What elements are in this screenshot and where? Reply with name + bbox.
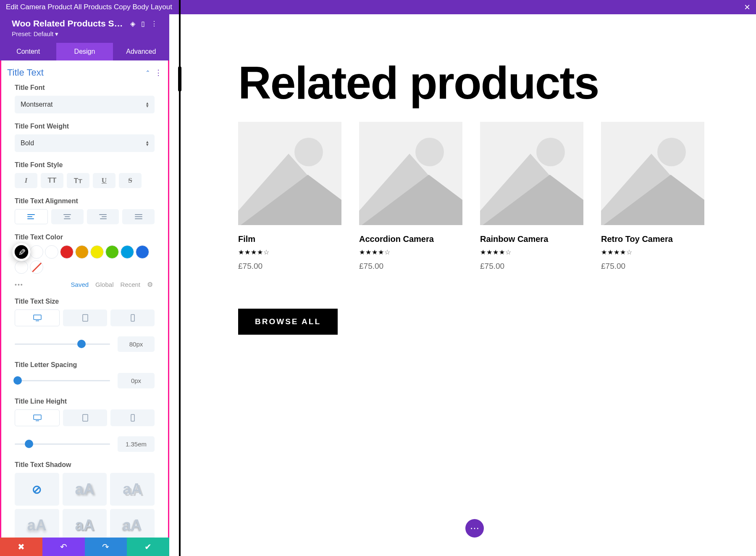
- input-title-size[interactable]: 80px: [118, 336, 155, 352]
- label-letter-spacing: Title Letter Spacing: [15, 361, 155, 369]
- shadow-none[interactable]: ⊘: [15, 473, 59, 506]
- style-underline[interactable]: U: [93, 173, 116, 188]
- device-tablet[interactable]: [63, 309, 107, 326]
- breadcrumb: Edit Camera Product All Products Copy Bo…: [6, 3, 172, 11]
- related-products-heading: Related products: [238, 56, 704, 109]
- product-price: £75.00: [480, 262, 583, 271]
- product-price: £75.00: [359, 262, 462, 271]
- label-title-alignment: Title Text Alignment: [15, 197, 155, 205]
- product-rating: ★★★★☆: [601, 249, 704, 256]
- product-card[interactable]: Rainbow Camera★★★★☆£75.00: [480, 122, 583, 271]
- tab-design[interactable]: Design: [56, 43, 113, 60]
- color-more-icon[interactable]: •••: [15, 281, 24, 288]
- svg-rect-7: [131, 414, 134, 421]
- product-card[interactable]: Retro Toy Camera★★★★☆£75.00: [601, 122, 704, 271]
- shadow-preset-4[interactable]: aA: [63, 509, 107, 538]
- product-rating: ★★★★☆: [238, 249, 341, 256]
- label-title-font-weight: Title Font Weight: [15, 123, 155, 130]
- color-swatch[interactable]: [90, 245, 104, 259]
- colortab-saved[interactable]: Saved: [71, 281, 89, 288]
- device-desktop[interactable]: [15, 309, 60, 326]
- cancel-button[interactable]: ✖: [0, 538, 42, 556]
- column-icon[interactable]: ▯: [141, 20, 145, 28]
- product-name: Film: [238, 234, 341, 244]
- close-icon[interactable]: ×: [744, 2, 750, 12]
- product-rating: ★★★★☆: [480, 249, 583, 256]
- select-arrows-icon: ▴▾: [146, 102, 149, 107]
- align-right[interactable]: [87, 209, 119, 224]
- product-image-placeholder: [238, 122, 341, 225]
- product-name: Retro Toy Camera: [601, 234, 704, 244]
- color-swatch[interactable]: [30, 245, 43, 259]
- shadow-preset-5[interactable]: aA: [110, 509, 155, 538]
- color-swatch[interactable]: [12, 243, 30, 261]
- colortab-recent[interactable]: Recent: [120, 281, 140, 288]
- svg-rect-0: [34, 315, 41, 320]
- product-image-placeholder: [601, 122, 704, 225]
- style-uppercase[interactable]: TT: [41, 173, 63, 188]
- slider-letter-spacing[interactable]: [15, 380, 110, 381]
- kebab-icon[interactable]: ⋮: [151, 20, 158, 28]
- slider-line-height[interactable]: [15, 443, 110, 445]
- color-swatch[interactable]: [60, 245, 74, 259]
- device-phone[interactable]: [110, 309, 155, 326]
- more-icon[interactable]: ⋮: [155, 68, 162, 77]
- svg-rect-6: [83, 414, 88, 421]
- input-line-height[interactable]: 1.35em: [118, 436, 155, 452]
- color-none[interactable]: [30, 260, 43, 274]
- product-name: Accordion Camera: [359, 234, 462, 244]
- color-swatch[interactable]: [75, 245, 89, 259]
- product-image-placeholder: [359, 122, 462, 225]
- style-strikethrough[interactable]: S: [119, 173, 142, 188]
- product-rating: ★★★★☆: [359, 249, 462, 256]
- device-tablet-lh[interactable]: [63, 409, 107, 426]
- product-price: £75.00: [601, 262, 704, 271]
- shadow-preset-2[interactable]: aA: [110, 473, 155, 506]
- color-swatch[interactable]: [15, 260, 28, 274]
- redo-button[interactable]: ↷: [85, 538, 127, 556]
- undo-button[interactable]: ↶: [42, 538, 85, 556]
- product-card[interactable]: Film★★★★☆£75.00: [238, 122, 341, 271]
- device-desktop-lh[interactable]: [15, 409, 60, 426]
- slider-title-size[interactable]: [15, 344, 110, 345]
- input-letter-spacing[interactable]: 0px: [118, 373, 155, 388]
- style-italic[interactable]: I: [15, 173, 37, 188]
- label-text-shadow: Title Text Shadow: [15, 461, 155, 469]
- top-bar: Edit Camera Product All Products Copy Bo…: [0, 0, 756, 14]
- browse-all-button[interactable]: BROWSE ALL: [238, 309, 338, 335]
- color-swatch[interactable]: [136, 245, 149, 259]
- svg-rect-4: [34, 415, 41, 420]
- save-button[interactable]: ✔: [127, 538, 169, 556]
- color-swatch[interactable]: [105, 245, 119, 259]
- label-title-font-style: Title Font Style: [15, 161, 155, 169]
- device-phone-lh[interactable]: [110, 409, 155, 426]
- color-swatch[interactable]: [121, 245, 134, 259]
- select-title-font[interactable]: Montserrat ▴▾: [15, 96, 155, 113]
- section-title-label: Title Text: [7, 67, 44, 78]
- tab-content[interactable]: Content: [0, 43, 56, 60]
- align-justify[interactable]: [122, 209, 155, 224]
- gear-icon[interactable]: ⚙: [147, 281, 153, 288]
- select-title-font-weight[interactable]: Bold ▴▾: [15, 134, 155, 152]
- module-title: Woo Related Products Setti...: [12, 18, 125, 29]
- align-center[interactable]: [51, 209, 84, 224]
- chevron-up-icon[interactable]: ⌃: [145, 69, 150, 76]
- preset-selector[interactable]: Preset: Default ▾: [12, 30, 158, 38]
- product-name: Rainbow Camera: [480, 234, 583, 244]
- align-left[interactable]: [15, 209, 48, 224]
- style-smallcaps[interactable]: Tᴛ: [67, 173, 89, 188]
- section-title-text[interactable]: Title Text ⌃ ⋮: [1, 60, 168, 84]
- tab-advanced[interactable]: Advanced: [113, 43, 169, 60]
- product-image-placeholder: [480, 122, 583, 225]
- label-line-height: Title Line Height: [15, 398, 155, 405]
- product-price: £75.00: [238, 262, 341, 271]
- settings-tabs: Content Design Advanced: [0, 43, 169, 60]
- product-card[interactable]: Accordion Camera★★★★☆£75.00: [359, 122, 462, 271]
- colortab-global[interactable]: Global: [95, 281, 113, 288]
- shadow-preset-1[interactable]: aA: [63, 473, 107, 506]
- target-icon[interactable]: ◈: [130, 20, 135, 28]
- select-arrows-icon: ▴▾: [146, 140, 149, 146]
- color-swatch[interactable]: [45, 245, 58, 259]
- shadow-preset-3[interactable]: aA: [15, 509, 59, 538]
- fab-more-icon[interactable]: ⋯: [465, 519, 484, 538]
